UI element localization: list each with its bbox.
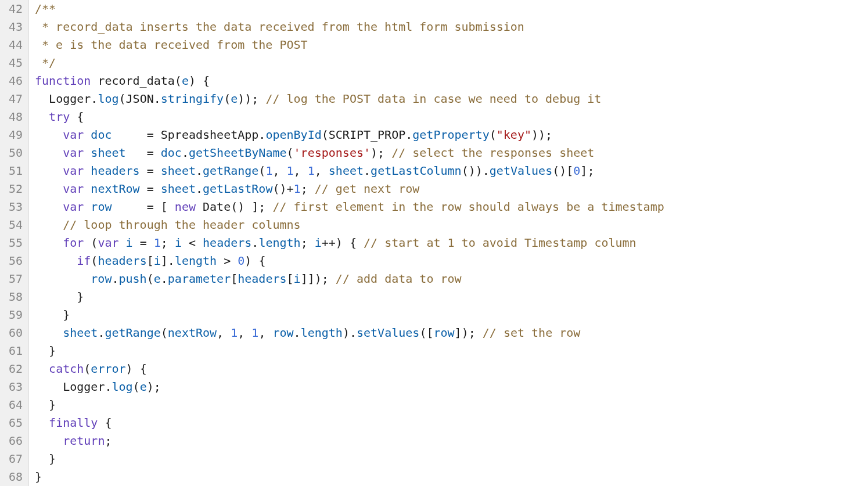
code-line[interactable]: if(headers[i].length > 0) { <box>35 252 664 270</box>
code-line[interactable]: var row = [ new Date() ]; // first eleme… <box>35 198 664 216</box>
token <box>84 182 91 196</box>
token: i <box>154 254 161 268</box>
token: // set the row <box>483 326 581 340</box>
line-number: 68 <box>3 468 23 486</box>
token: parameter <box>168 272 231 286</box>
code-line[interactable]: // loop through the header columns <box>35 216 664 234</box>
token: // select the responses sheet <box>391 146 594 160</box>
code-editor-content[interactable]: /** * record_data inserts the data recei… <box>29 0 664 486</box>
code-line[interactable]: */ <box>35 54 664 72</box>
token: ( <box>287 146 294 160</box>
token: ++) { <box>322 236 364 250</box>
token: if <box>77 254 91 268</box>
token: [ <box>147 254 154 268</box>
line-number: 61 <box>3 342 23 360</box>
token: catch <box>49 362 84 376</box>
token: = <box>126 146 161 160</box>
code-line[interactable]: } <box>35 450 664 468</box>
code-line[interactable]: function record_data(e) { <box>35 72 664 90</box>
line-number-gutter: 4243444546474849505152535455565758596061… <box>0 0 29 486</box>
token: ]. <box>161 254 175 268</box>
code-line[interactable]: * record_data inserts the data received … <box>35 18 664 36</box>
token: ( <box>147 272 154 286</box>
code-line[interactable]: var doc = SpreadsheetApp.openById(SCRIPT… <box>35 126 664 144</box>
token: row <box>433 326 454 340</box>
token: [ <box>231 272 238 286</box>
code-line[interactable]: var nextRow = sheet.getLastRow()+1; // g… <box>35 180 664 198</box>
code-line[interactable]: var sheet = doc.getSheetByName('response… <box>35 144 664 162</box>
code-line[interactable]: } <box>35 396 664 414</box>
token: openById <box>265 128 321 142</box>
token: 1 <box>251 326 258 340</box>
code-line[interactable]: finally { <box>35 414 664 432</box>
token: row <box>91 272 112 286</box>
token: } <box>49 344 56 358</box>
token: ]; <box>580 164 594 178</box>
code-line[interactable]: row.push(e.parameter[headers[i]]); // ad… <box>35 270 664 288</box>
token: , <box>258 326 272 340</box>
token: ) { <box>244 254 265 268</box>
line-number: 62 <box>3 360 23 378</box>
token: getRange <box>105 326 160 340</box>
token: 1 <box>287 164 294 178</box>
code-line[interactable]: } <box>35 288 664 306</box>
token: . <box>364 164 371 178</box>
token: var <box>63 164 84 178</box>
code-line[interactable]: } <box>35 342 664 360</box>
token: getSheetByName <box>189 146 287 160</box>
token: headers <box>98 254 146 268</box>
token: ( <box>175 74 182 88</box>
token: i <box>126 236 133 250</box>
token <box>84 128 91 142</box>
token: 0 <box>573 164 580 178</box>
token: . <box>294 326 301 340</box>
token: ]); <box>455 326 483 340</box>
token: e <box>182 74 189 88</box>
token: 1 <box>294 182 301 196</box>
token <box>84 200 91 214</box>
code-line[interactable]: Logger.log(JSON.stringify(e)); // log th… <box>35 90 664 108</box>
token: 1 <box>265 164 272 178</box>
token: nextRow <box>91 182 139 196</box>
token: < <box>182 236 203 250</box>
line-number: 56 <box>3 252 23 270</box>
token: sheet <box>161 164 196 178</box>
token: nextRow <box>168 326 217 340</box>
token: , <box>238 326 251 340</box>
line-number: 44 <box>3 36 23 54</box>
code-line[interactable]: } <box>35 468 664 486</box>
token: )); <box>238 92 265 106</box>
token: . <box>105 380 112 394</box>
token: headers <box>203 236 251 250</box>
token: log <box>112 380 132 394</box>
code-line[interactable]: return; <box>35 432 664 450</box>
token <box>196 200 203 214</box>
token: , <box>272 164 286 178</box>
token: 'responses' <box>294 146 371 160</box>
token: ( <box>322 128 329 142</box>
token: var <box>98 236 118 250</box>
token: ([ <box>419 326 433 340</box>
token: * record_data inserts the data received … <box>35 20 524 34</box>
token: ) { <box>126 362 147 376</box>
line-number: 65 <box>3 414 23 432</box>
code-line[interactable]: for (var i = 1; i < headers.length; i++)… <box>35 234 664 252</box>
code-line[interactable]: /** <box>35 0 664 18</box>
token: 1 <box>308 164 315 178</box>
code-line[interactable]: } <box>35 306 664 324</box>
token: * e is the data received from the POST <box>35 38 308 52</box>
token: ) { <box>189 74 210 88</box>
code-line[interactable]: try { <box>35 108 664 126</box>
line-number: 43 <box>3 18 23 36</box>
code-line[interactable]: sheet.getRange(nextRow, 1, 1, row.length… <box>35 324 664 342</box>
code-line[interactable]: Logger.log(e); <box>35 378 664 396</box>
token: // log the POST data in case we need to … <box>265 92 601 106</box>
token: // add data to row <box>336 272 462 286</box>
token: { <box>70 110 84 124</box>
token <box>91 74 98 88</box>
token: Logger <box>49 92 91 106</box>
code-line[interactable]: catch(error) { <box>35 360 664 378</box>
code-line[interactable]: * e is the data received from the POST <box>35 36 664 54</box>
token: // loop through the header columns <box>63 218 300 232</box>
code-line[interactable]: var headers = sheet.getRange(1, 1, 1, sh… <box>35 162 664 180</box>
